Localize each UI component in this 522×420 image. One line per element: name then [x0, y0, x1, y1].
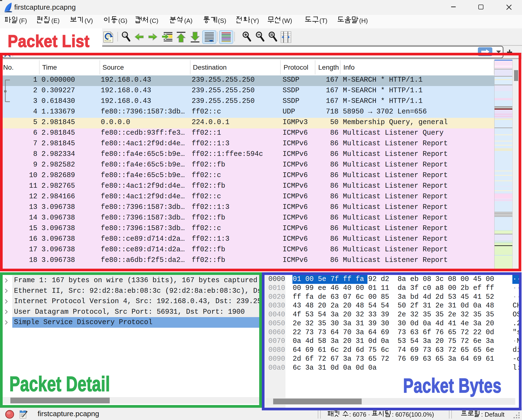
- svg-text:01110: 01110: [105, 40, 111, 42]
